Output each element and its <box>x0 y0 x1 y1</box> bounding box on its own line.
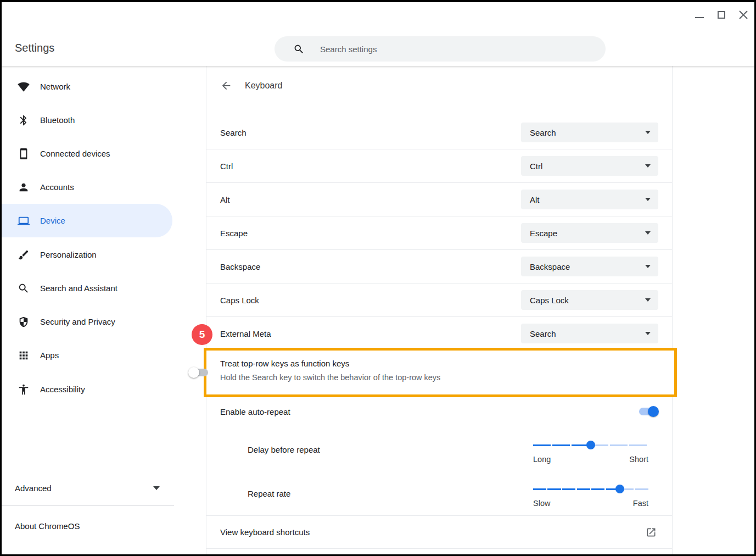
key-label: Caps Lock <box>220 296 259 305</box>
key-row-external-meta: External Meta Search <box>206 317 672 351</box>
maximize-button[interactable] <box>717 10 726 19</box>
key-label: Alt <box>220 195 230 204</box>
key-row-ctrl: Ctrl Ctrl <box>206 149 672 183</box>
sidebar-advanced-expander[interactable]: Advanced <box>2 475 172 501</box>
title-bar: Settings <box>2 2 754 66</box>
chevron-down-icon <box>645 298 651 302</box>
sidebar-item-device[interactable]: Device <box>2 204 172 237</box>
keyboard-settings-panel: Keyboard Search Search Ctrl Ctrl Alt Alt… <box>206 66 673 554</box>
sidebar: Network Bluetooth Connected devices Acco… <box>2 66 206 554</box>
sidebar-item-accessibility[interactable]: Accessibility <box>2 372 172 406</box>
sidebar-item-about-chromeos[interactable]: About ChromeOS <box>2 515 172 536</box>
open-in-new-icon <box>646 527 657 538</box>
page-header: Keyboard <box>206 66 672 105</box>
window-controls <box>695 9 748 21</box>
key-remap-select[interactable]: Alt <box>521 190 658 209</box>
sidebar-item-label: Personalization <box>40 250 97 259</box>
top-row-fn-keys-toggle[interactable] <box>189 369 208 376</box>
key-remap-select[interactable]: Backspace <box>521 257 658 276</box>
sidebar-item-label: Bluetooth <box>40 115 75 125</box>
select-value: Escape <box>530 229 557 238</box>
slider-min-label: Long <box>533 455 551 464</box>
sidebar-item-label: Security and Privacy <box>40 317 115 326</box>
slider-knob[interactable] <box>586 441 595 449</box>
sidebar-item-label: Apps <box>40 351 59 360</box>
back-button[interactable] <box>220 79 233 92</box>
select-value: Backspace <box>530 262 570 271</box>
bluetooth-icon <box>17 114 30 127</box>
slider-ticks <box>533 488 648 490</box>
key-remap-select[interactable]: Search <box>521 324 658 343</box>
repeat-rate-row: Repeat rate Slow Fast <box>206 472 672 516</box>
setting-title: Enable auto-repeat <box>220 407 290 416</box>
chevron-down-icon <box>153 486 160 490</box>
shield-icon <box>17 315 30 329</box>
minimize-icon <box>695 17 704 18</box>
chevron-down-icon <box>645 265 651 268</box>
laptop-icon <box>17 214 30 227</box>
slider-knob[interactable] <box>615 485 624 493</box>
sidebar-item-apps[interactable]: Apps <box>2 338 172 372</box>
about-label: About ChromeOS <box>15 521 80 531</box>
key-row-caps-lock: Caps Lock Caps Lock <box>206 283 672 317</box>
page-title: Keyboard <box>245 81 283 91</box>
close-icon <box>739 10 748 19</box>
key-remap-select[interactable]: Ctrl <box>521 156 658 176</box>
sidebar-item-label: Search and Assistant <box>40 283 117 293</box>
key-row-escape: Escape Escape <box>206 216 672 250</box>
key-remap-select[interactable]: Escape <box>521 223 658 243</box>
search-icon <box>17 282 30 295</box>
view-keyboard-shortcuts-row[interactable]: View keyboard shortcuts <box>206 515 672 549</box>
wifi-icon <box>17 80 30 93</box>
chevron-down-icon <box>645 332 651 335</box>
select-value: Search <box>530 329 556 338</box>
chevron-down-icon <box>645 131 651 134</box>
toggle-knob <box>188 367 199 378</box>
sidebar-item-security-privacy[interactable]: Security and Privacy <box>2 305 172 338</box>
sidebar-item-personalization[interactable]: Personalization <box>2 238 172 271</box>
maximize-icon <box>718 11 725 19</box>
accessibility-icon <box>17 383 30 396</box>
close-button[interactable] <box>739 10 748 19</box>
key-row-search: Search Search <box>206 116 672 149</box>
key-label: Ctrl <box>220 162 233 171</box>
enable-auto-repeat-row: Enable auto-repeat <box>206 399 672 424</box>
sidebar-item-label: Accessibility <box>40 385 85 394</box>
brush-icon <box>17 248 30 262</box>
apps-grid-icon <box>17 349 30 362</box>
minimize-button[interactable] <box>695 10 704 19</box>
repeat-rate-slider[interactable] <box>533 485 648 493</box>
sidebar-divider <box>2 505 174 506</box>
app-title: Settings <box>15 42 54 54</box>
key-remap-select[interactable]: Caps Lock <box>521 290 658 310</box>
chevron-down-icon <box>645 198 651 201</box>
search-input[interactable] <box>320 45 562 54</box>
select-value: Alt <box>530 195 540 204</box>
sidebar-item-connected-devices[interactable]: Connected devices <box>2 137 172 170</box>
select-value: Ctrl <box>530 162 542 171</box>
slider-end-labels: Slow Fast <box>533 499 648 508</box>
chevron-down-icon <box>645 164 651 168</box>
sidebar-item-label: Device <box>40 216 65 225</box>
sidebar-item-network[interactable]: Network <box>2 70 172 103</box>
delay-slider[interactable] <box>533 441 648 449</box>
sidebar-item-bluetooth[interactable]: Bluetooth <box>2 103 172 137</box>
slider-label: Delay before repeat <box>248 445 320 454</box>
setting-subtitle: Hold the Search key to switch the behavi… <box>220 373 440 382</box>
key-remap-select[interactable]: Search <box>521 123 658 142</box>
chevron-down-icon <box>645 231 651 235</box>
advanced-label: Advanced <box>15 483 52 493</box>
key-label: Escape <box>220 229 248 238</box>
annotation-badge-5: 5 <box>192 324 212 345</box>
settings-search-bar[interactable] <box>275 36 606 62</box>
sidebar-item-accounts[interactable]: Accounts <box>2 170 172 204</box>
setting-title: Treat top-row keys as function keys <box>220 359 349 368</box>
link-label: View keyboard shortcuts <box>220 527 310 537</box>
auto-repeat-toggle[interactable] <box>639 408 658 415</box>
smartphone-icon <box>17 147 30 160</box>
sidebar-item-search-assistant[interactable]: Search and Assistant <box>2 271 172 305</box>
top-row-fn-keys-row: Treat top-row keys as function keys Hold… <box>206 351 674 394</box>
key-label: Search <box>220 128 247 137</box>
highlight-box: Treat top-row keys as function keys Hold… <box>204 348 677 397</box>
sidebar-item-label: Accounts <box>40 182 74 192</box>
